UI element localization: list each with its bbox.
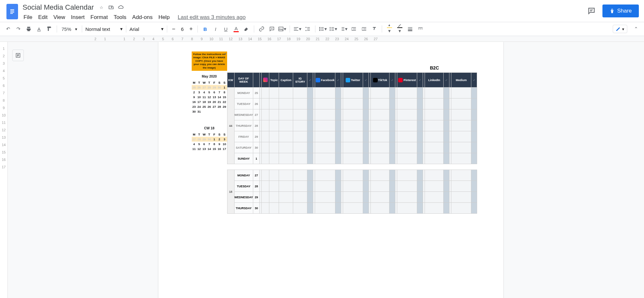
svg-rect-2: [10, 12, 14, 13]
svg-rect-17: [422, 29, 423, 29]
doc-title[interactable]: Social Media Calendar: [21, 3, 95, 12]
vertical-ruler[interactable]: 1234567891011121314151617: [0, 42, 8, 298]
mini-cal-title-2: CW 18: [192, 126, 227, 130]
spellcheck-button[interactable]: A: [34, 24, 44, 34]
chevron-down-icon: ▾: [75, 27, 77, 32]
menu-addons[interactable]: Add-ons: [130, 13, 155, 22]
decrease-indent-button[interactable]: [349, 24, 359, 34]
svg-rect-0: [10, 9, 14, 10]
paint-format-button[interactable]: [44, 24, 54, 34]
menu-format[interactable]: Format: [88, 13, 110, 22]
chevron-down-icon: ▾: [120, 26, 123, 32]
mini-calendar-2: MTWTFSS272829301234567891011121314151617: [192, 132, 227, 151]
share-button[interactable]: Share: [602, 5, 639, 17]
table-row[interactable]: SATURDAY30: [227, 142, 477, 153]
svg-rect-13: [408, 30, 412, 31]
table-row[interactable]: WEDNESDAY29: [227, 192, 477, 203]
border-width-button[interactable]: [405, 24, 415, 34]
mini-calendars: May 2020 MTWTFSS252627282930123456789101…: [192, 72, 227, 214]
bold-button[interactable]: B: [200, 24, 210, 34]
border-style-button[interactable]: [416, 24, 425, 34]
svg-rect-3: [10, 13, 13, 14]
line-spacing-button[interactable]: [303, 24, 312, 34]
table-row[interactable]: SUNDAY1: [227, 153, 477, 164]
font-size-increase[interactable]: +: [187, 25, 195, 33]
clear-format-button[interactable]: [370, 24, 379, 34]
content-title: B2C: [430, 65, 439, 70]
svg-rect-16: [420, 29, 421, 29]
redo-button[interactable]: ↷: [14, 24, 23, 34]
move-icon[interactable]: [108, 4, 114, 11]
svg-rect-12: [408, 29, 412, 29]
svg-point-9: [330, 29, 331, 30]
chevron-down-icon: ▾: [161, 26, 164, 32]
svg-rect-11: [408, 27, 412, 28]
table-row[interactable]: FRIDAY29: [227, 131, 477, 142]
font-size-decrease[interactable]: −: [170, 25, 178, 33]
calendar-content: May 2020 MTWTFSS252627282930123456789101…: [192, 72, 477, 214]
hide-menus-button[interactable]: ⌃: [631, 24, 641, 34]
table-row[interactable]: THURSDAY28: [227, 120, 477, 131]
title-block: Social Media Calendar ☆ File Edit View I…: [21, 3, 586, 22]
undo-button[interactable]: ↶: [3, 24, 13, 34]
sticky-note[interactable]: ▾ Follow the instructions on image: Clic…: [192, 51, 227, 71]
toolbar: ↶ ↷ A 75% ▾ Normal text ▾ Arial ▾ − 6 + …: [0, 22, 644, 36]
svg-rect-14: [418, 28, 423, 28]
star-icon[interactable]: ☆: [98, 4, 105, 11]
menu-tools[interactable]: Tools: [111, 13, 129, 22]
text-color-button[interactable]: A: [231, 24, 241, 34]
paragraph-style-select[interactable]: Normal text ▾: [85, 26, 123, 32]
print-button[interactable]: [24, 24, 34, 34]
table-row[interactable]: 44MONDAY25: [227, 88, 477, 98]
checklist-button[interactable]: ▾: [318, 24, 328, 34]
comments-button[interactable]: [586, 5, 597, 17]
underline-button[interactable]: U: [221, 24, 231, 34]
social-calendar-table[interactable]: KWDAY OF WEEKTopicCaptionIG STORY✓Facebo…: [227, 72, 477, 214]
menu-help[interactable]: Help: [156, 13, 172, 22]
menu-bar: File Edit View Insert Format Tools Add-o…: [21, 13, 586, 22]
table-row[interactable]: TUESDAY28: [227, 181, 477, 192]
increase-indent-button[interactable]: [359, 24, 369, 34]
menu-file[interactable]: File: [21, 13, 34, 22]
chevron-down-icon: ▾: [225, 52, 226, 56]
insert-image-button[interactable]: ▾: [277, 24, 287, 34]
svg-point-8: [330, 27, 331, 28]
svg-rect-5: [319, 27, 320, 28]
insert-link-button[interactable]: [257, 24, 266, 34]
menu-insert[interactable]: Insert: [69, 13, 87, 22]
table-row[interactable]: 18MONDAY27: [227, 170, 477, 181]
mini-cal-title: May 2020: [192, 74, 227, 78]
highlight-button[interactable]: [242, 24, 251, 34]
bulleted-list-button[interactable]: ▾: [328, 24, 338, 34]
editing-mode-button[interactable]: ▾: [613, 25, 627, 33]
svg-rect-1: [10, 11, 14, 11]
last-edit[interactable]: Last edit was 3 minutes ago: [178, 14, 246, 21]
insert-comment-button[interactable]: [267, 24, 277, 34]
table-row[interactable]: TUESDAY26: [227, 98, 477, 109]
cloud-icon[interactable]: [118, 4, 124, 11]
table-row[interactable]: THURSDAY30: [227, 203, 477, 214]
numbered-list-button[interactable]: ▾: [339, 24, 348, 34]
horizontal-ruler[interactable]: 2112345678910111213141516171819202122232…: [0, 36, 644, 42]
svg-rect-6: [319, 29, 320, 30]
header: Social Media Calendar ☆ File Edit View I…: [0, 0, 644, 22]
font-select[interactable]: Arial ▾: [129, 26, 164, 32]
zoom-select[interactable]: 75% ▾: [60, 26, 79, 32]
workspace: 1234567891011121314151617 ▾ Follow the i…: [0, 42, 644, 298]
fill-color-button[interactable]: ▾: [385, 24, 394, 34]
mini-calendar-1: MTWTFSS252627282930123456789101112131415…: [192, 80, 227, 114]
document-page[interactable]: ▾ Follow the instructions on image: Clic…: [159, 42, 503, 298]
align-button[interactable]: ▾: [293, 24, 302, 34]
font-size-value[interactable]: 6: [179, 26, 185, 32]
table-row[interactable]: WEDNESDAY27: [227, 109, 477, 120]
share-label: Share: [617, 8, 632, 14]
svg-point-10: [330, 30, 331, 31]
border-color-button[interactable]: ▾: [395, 24, 405, 34]
docs-logo[interactable]: [6, 4, 18, 19]
chevron-down-icon: ▾: [622, 27, 624, 32]
svg-rect-7: [319, 30, 320, 31]
menu-view[interactable]: View: [51, 13, 68, 22]
menu-edit[interactable]: Edit: [36, 13, 50, 22]
italic-button[interactable]: I: [211, 24, 220, 34]
svg-rect-15: [418, 29, 419, 29]
